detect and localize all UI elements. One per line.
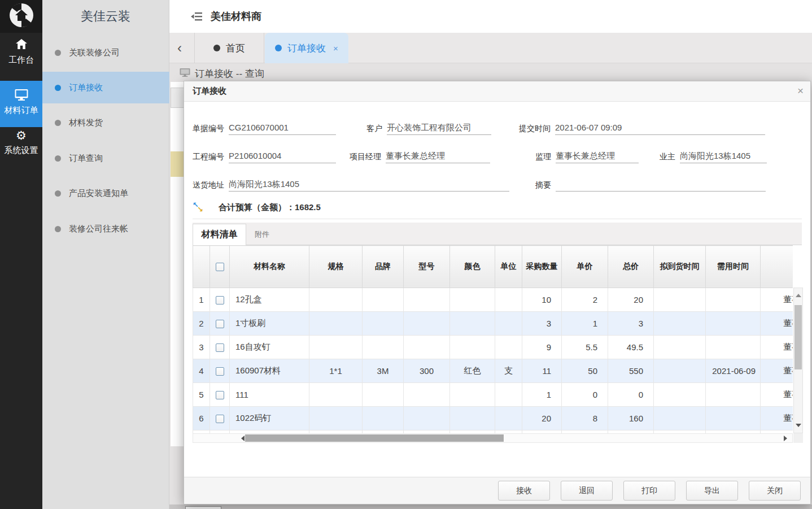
- summary-input[interactable]: [556, 177, 766, 192]
- close-button[interactable]: 关闭: [749, 481, 801, 501]
- export-button[interactable]: 导出: [686, 481, 738, 501]
- grid-cell: [309, 312, 363, 336]
- customer-input[interactable]: 开心装饰工程有限公司: [387, 121, 491, 135]
- col-rownum: [193, 246, 210, 288]
- sidebar-item-label: 订单接收: [69, 82, 103, 93]
- row-number: 2: [193, 312, 210, 336]
- row-checkbox[interactable]: [216, 296, 224, 304]
- grid-cell: 9: [522, 336, 562, 359]
- dialog-body: 单据编号 CG2106070001 客户 开心装饰工程有限公司 提交时间 202…: [184, 102, 810, 477]
- project-manager-input[interactable]: 董事长兼总经理: [386, 149, 490, 163]
- field-label: 客户: [366, 121, 387, 135]
- project-no-input[interactable]: P2106010004: [229, 149, 336, 163]
- rail-item-system-settings[interactable]: ⚙ 系统设置: [0, 129, 42, 156]
- horizontal-scrollbar[interactable]: [193, 433, 793, 443]
- horizontal-scrollbar-thumb[interactable]: [245, 434, 504, 442]
- field-owner: 业主 尚海阳光13栋1405: [660, 147, 767, 163]
- budget-total-value: 1682.5: [295, 202, 321, 212]
- sidebar: 美佳云装 关联装修公司 订单接收 材料发货 订单查询 产品安装通知单 装修公司往…: [42, 0, 169, 509]
- submit-time-input[interactable]: 2021-06-07 09:09: [555, 121, 765, 135]
- vertical-scrollbar-thumb[interactable]: [794, 305, 802, 369]
- delivery-address-input[interactable]: 尚海阳光13栋1405: [229, 177, 509, 192]
- app-logo[interactable]: [0, 0, 42, 33]
- material-grid: 材料名称 规格 品牌 型号 颜色 单位 采购数量 单价 总价 拟到货时间 需用时…: [193, 245, 803, 443]
- tab-attachments[interactable]: 附件: [246, 224, 278, 245]
- row-checkbox[interactable]: [216, 391, 224, 399]
- sidebar-item-product-install-notice[interactable]: 产品安装通知单: [42, 177, 169, 209]
- scroll-down-arrow-icon[interactable]: [796, 424, 801, 430]
- grid-cell: [706, 312, 761, 336]
- receive-button[interactable]: 接收: [498, 481, 550, 501]
- row-checkbox[interactable]: [216, 343, 224, 352]
- tab-bar: ‹ 首页 订单接收 ×: [169, 33, 812, 63]
- tabs-back-chevron-icon[interactable]: ‹: [177, 33, 182, 63]
- order-receive-dialog: 订单接收 × 单据编号 CG2106070001 客户 开心装饰工程有限公司 提…: [184, 81, 811, 504]
- row-select-cell: [210, 359, 230, 383]
- grid-cell: 2021-06-09: [706, 359, 761, 383]
- dialog-close-icon[interactable]: ×: [797, 85, 804, 97]
- row-checkbox[interactable]: [216, 320, 224, 328]
- col-header-unit: 单位: [495, 246, 522, 288]
- field-label: 单据编号: [193, 121, 229, 135]
- scroll-left-arrow-icon[interactable]: [238, 436, 245, 441]
- rail-item-workbench[interactable]: 工作台: [0, 38, 42, 66]
- bullet-dot-icon: [55, 190, 61, 197]
- grid-cell: 0: [608, 383, 654, 407]
- field-label: 业主: [660, 150, 680, 163]
- grid-cell: 12孔盒: [230, 288, 309, 312]
- sidebar-item-order-query[interactable]: 订单查询: [42, 142, 169, 174]
- grid-cell: 160907材料: [230, 359, 309, 383]
- menu-fold-icon[interactable]: [191, 12, 203, 21]
- col-select: [210, 246, 230, 288]
- tab-order-receive[interactable]: 订单接收 ×: [265, 33, 348, 63]
- field-supervisor: 监理 董事长兼总经理: [535, 147, 639, 163]
- grid-cell: 11: [522, 359, 562, 383]
- grid-cell: [495, 336, 522, 359]
- row-select-cell: [210, 383, 230, 407]
- row-checkbox[interactable]: [216, 367, 224, 376]
- grid-cell: [654, 383, 706, 407]
- field-submit-time: 提交时间 2021-06-07 09:09: [519, 119, 765, 135]
- app-name: 美佳云装: [42, 0, 169, 33]
- rail-item-material-orders[interactable]: 材料订单: [0, 81, 42, 127]
- col-header-need-time: 需用时间: [706, 246, 761, 288]
- supervisor-input[interactable]: 董事长兼总经理: [556, 149, 639, 163]
- bullet-dot-icon: [55, 120, 61, 126]
- return-button[interactable]: 退回: [561, 481, 613, 501]
- tab-label: 订单接收: [287, 42, 326, 55]
- grid-cell: [495, 288, 522, 312]
- scroll-up-arrow-icon[interactable]: [796, 291, 801, 297]
- background-page-edge: [171, 82, 184, 446]
- grid-cell: [706, 407, 761, 430]
- vertical-scrollbar[interactable]: [793, 288, 803, 433]
- tab-material-list[interactable]: 材料清单: [193, 224, 246, 245]
- owner-input[interactable]: 尚海阳光13栋1405: [680, 149, 767, 163]
- sidebar-item-order-receive[interactable]: 订单接收: [42, 72, 169, 103]
- scroll-right-arrow-icon[interactable]: [784, 436, 790, 441]
- select-all-checkbox[interactable]: [216, 263, 224, 271]
- grid-cell: [706, 288, 761, 312]
- sidebar-item-material-shipping[interactable]: 材料发货: [42, 107, 169, 138]
- grid-cell: 20: [608, 288, 654, 312]
- tab-label: 首页: [226, 42, 245, 55]
- tab-home[interactable]: 首页: [194, 33, 264, 63]
- bullet-dot-icon: [55, 50, 61, 56]
- grid-cell: 董事: [761, 383, 793, 407]
- page-title: 美佳材料商: [211, 10, 261, 23]
- budget-total-row: ↖ ↘ 合计预算（金额）：1682.5: [193, 198, 321, 216]
- scrollbar-corner: [793, 433, 803, 443]
- grid-cell: [363, 336, 404, 359]
- sidebar-item-decoration-company-accounts[interactable]: 装修公司往来帐: [42, 213, 169, 245]
- sidebar-item-label: 材料发货: [69, 118, 103, 128]
- tab-close-icon[interactable]: ×: [333, 43, 338, 53]
- order-no-input[interactable]: CG2106070001: [229, 121, 336, 135]
- grid-cell: 20: [522, 407, 562, 430]
- row-select-cell: [210, 312, 230, 336]
- field-label: 提交时间: [519, 121, 555, 135]
- row-checkbox[interactable]: [216, 415, 224, 423]
- dialog-header: 订单接收 ×: [184, 81, 810, 102]
- background-bottom-strip: [169, 504, 812, 509]
- sidebar-item-linked-decoration-companies[interactable]: 关联装修公司: [42, 37, 169, 68]
- print-button[interactable]: 打印: [623, 481, 675, 501]
- dialog-footer: 接收 退回 打印 导出 关闭: [184, 477, 810, 504]
